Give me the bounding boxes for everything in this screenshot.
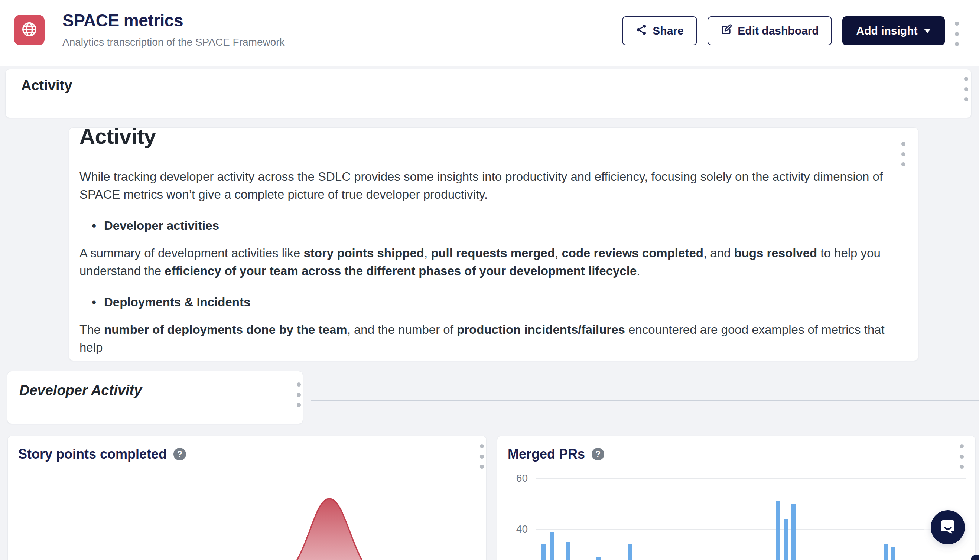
- bar: [542, 544, 545, 560]
- bar: [628, 544, 632, 560]
- activity-section-card: Activity: [5, 69, 972, 118]
- story-points-area-chart: [8, 436, 487, 560]
- gridline: [536, 478, 966, 479]
- bar: [597, 557, 600, 560]
- chevron-down-icon: [924, 29, 931, 33]
- bar: [784, 519, 788, 560]
- chat-widget-button[interactable]: [931, 510, 965, 544]
- merged-prs-bar-chart: 6040: [497, 436, 976, 560]
- bar: [791, 504, 796, 560]
- share-button[interactable]: Share: [622, 16, 697, 45]
- activity-paragraph-3: The number of deployments done by the te…: [80, 321, 908, 357]
- developer-activity-card: Developer Activity: [7, 371, 303, 424]
- bullet-label: Developer activities: [104, 218, 219, 234]
- add-insight-button[interactable]: Add insight: [842, 16, 945, 45]
- bar: [776, 501, 780, 560]
- bullet-icon: •: [89, 294, 99, 310]
- share-button-label: Share: [652, 25, 683, 37]
- section-divider: [311, 400, 979, 401]
- dashboard-root: SPACE metrics Analytics transcription of…: [0, 0, 979, 560]
- chat-bubble-icon: [939, 517, 957, 537]
- list-item: • Deployments & Incidents: [80, 294, 908, 310]
- activity-text-more-menu-button[interactable]: [896, 142, 911, 167]
- activity-section-more-menu-button[interactable]: [959, 77, 974, 102]
- page-subtitle: Analytics transcription of the SPACE Fra…: [62, 37, 285, 48]
- gridline: [536, 529, 966, 530]
- edit-pencil-icon: [720, 24, 732, 38]
- activity-paragraph-1: While tracking developer activity across…: [80, 168, 908, 203]
- activity-card-heading: Activity: [80, 127, 908, 151]
- y-axis-tick-label: 60: [509, 472, 528, 484]
- bullet-label: Deployments & Incidents: [104, 294, 250, 310]
- bar: [550, 532, 554, 560]
- globe-icon: [21, 21, 38, 39]
- header-more-menu-button[interactable]: [949, 22, 964, 46]
- edit-dashboard-button-label: Edit dashboard: [737, 25, 819, 37]
- y-axis-tick-label: 40: [509, 523, 528, 535]
- edit-dashboard-button[interactable]: Edit dashboard: [707, 16, 832, 45]
- add-insight-button-label: Add insight: [856, 25, 918, 37]
- activity-section-title: Activity: [21, 78, 72, 93]
- bar: [565, 542, 570, 560]
- bullet-icon: •: [89, 218, 99, 234]
- heading-divider: [80, 157, 908, 157]
- bar: [891, 547, 896, 560]
- activity-text-card: Activity While tracking developer activi…: [69, 127, 919, 361]
- dashboard-logo: [14, 15, 45, 45]
- list-item: • Developer activities: [80, 218, 908, 234]
- page-title: SPACE metrics: [62, 10, 183, 30]
- merged-prs-card: Merged PRs ? 6040: [497, 436, 976, 560]
- page-header: SPACE metrics Analytics transcription of…: [0, 0, 979, 66]
- share-icon: [635, 24, 647, 38]
- developer-activity-title: Developer Activity: [19, 382, 142, 398]
- bar: [884, 544, 887, 560]
- story-points-card: Story points completed ?: [7, 436, 487, 560]
- activity-paragraph-2: A summary of development activities like…: [80, 244, 908, 280]
- developer-activity-more-menu-button[interactable]: [291, 382, 306, 407]
